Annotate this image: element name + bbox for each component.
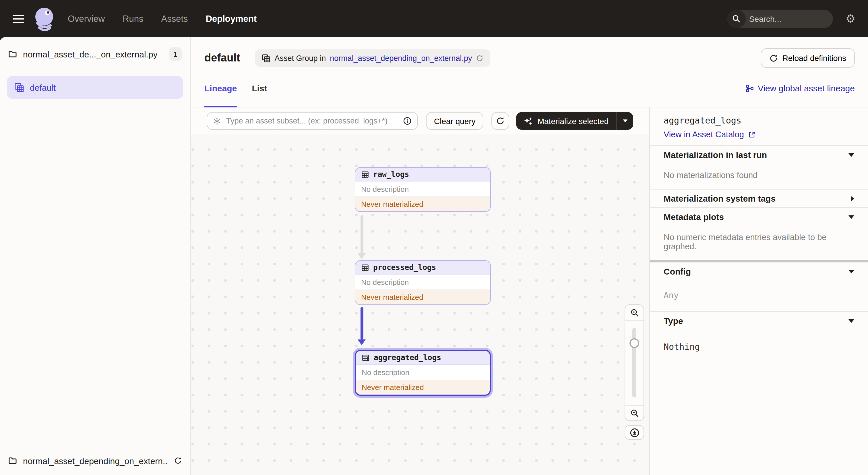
view-in-asset-catalog-link[interactable]: View in Asset Catalog xyxy=(663,130,854,139)
nav-link-deployment[interactable]: Deployment xyxy=(206,13,257,24)
asset-group-icon xyxy=(14,82,24,92)
materialize-selected-button[interactable]: Materialize selected xyxy=(516,112,633,130)
main-area: default Asset Group in normal_asset_depe… xyxy=(191,37,868,475)
view-global-asset-lineage-link[interactable]: View global asset lineage xyxy=(746,83,855,93)
sidebar-footer: normal_asset_depending_on_extern... xyxy=(0,446,190,475)
zoom-out-icon xyxy=(630,409,639,417)
sidebar-item-default[interactable]: default xyxy=(7,76,183,99)
repo-count-badge: 1 xyxy=(169,47,182,61)
asset-node-name: aggregated_logs xyxy=(374,353,441,362)
refresh-icon xyxy=(769,54,778,62)
main-body: Clear query Materialize xyxy=(191,108,868,475)
asset-node-status: Never materialized xyxy=(355,290,490,304)
asset-details-panel: aggregated_logs View in Asset Catalog Ma… xyxy=(649,108,868,475)
section-title: Metadata plots xyxy=(663,212,724,222)
sidebar-repo-row[interactable]: normal_asset_de..._on_external.py 1 xyxy=(0,37,190,71)
refresh-icon[interactable] xyxy=(174,456,182,465)
nav-link-runs[interactable]: Runs xyxy=(123,13,143,24)
materialize-selected-label: Materialize selected xyxy=(538,116,609,125)
breadcrumb-link[interactable]: normal_asset_depending_on_external.py xyxy=(330,54,472,62)
table-icon xyxy=(361,263,369,271)
tab-lineage[interactable]: Lineage xyxy=(205,69,237,107)
view-in-asset-catalog-label: View in Asset Catalog xyxy=(663,130,744,139)
breadcrumb-prefix: Asset Group in xyxy=(275,54,326,62)
asset-subset-input-wrapper[interactable] xyxy=(207,112,418,130)
asset-node-processed-logs[interactable]: processed_logs No description Never mate… xyxy=(355,260,491,305)
section-type[interactable]: Type xyxy=(650,311,868,330)
edge-arrowhead xyxy=(358,339,366,345)
search-input[interactable] xyxy=(746,14,833,23)
zoom-slider[interactable] xyxy=(625,321,644,405)
breadcrumb: Asset Group in normal_asset_depending_on… xyxy=(255,50,491,67)
search-icon xyxy=(727,9,746,28)
zoom-in-button[interactable] xyxy=(625,305,644,321)
view-global-asset-lineage-label: View global asset lineage xyxy=(758,83,855,93)
section-materialization-system-tags[interactable]: Materialization system tags xyxy=(650,189,868,207)
repo-name: normal_asset_de..._on_external.py xyxy=(23,49,158,59)
asset-group-icon xyxy=(262,54,271,62)
content: normal_asset_de..._on_external.py 1 defa… xyxy=(0,37,868,475)
sidebar-item-label: default xyxy=(30,82,56,92)
lineage-toolbar: Clear query Materialize xyxy=(191,108,649,135)
asset-node-status: Never materialized xyxy=(355,197,490,211)
reload-definitions-button[interactable]: Reload definitions xyxy=(761,48,855,68)
materialize-dropdown-button[interactable] xyxy=(616,112,633,130)
refresh-graph-button[interactable] xyxy=(492,112,509,130)
folder-icon xyxy=(8,456,17,465)
no-metadata-text: No numeric metadata entries available to… xyxy=(650,226,868,260)
fit-view-button[interactable] xyxy=(625,425,644,440)
chevron-down-icon xyxy=(848,153,854,156)
refresh-icon xyxy=(496,117,505,125)
sidebar: normal_asset_de..._on_external.py 1 defa… xyxy=(0,37,191,475)
asset-node-description: No description xyxy=(356,365,490,380)
download-circle-icon xyxy=(629,427,639,437)
chevron-down-icon xyxy=(848,215,854,218)
main-header: default Asset Group in normal_asset_depe… xyxy=(191,37,868,108)
asset-node-aggregated-logs[interactable]: aggregated_logs No description Never mat… xyxy=(355,350,491,396)
asset-node-name: raw_logs xyxy=(373,170,409,179)
info-icon[interactable] xyxy=(403,117,412,125)
external-link-icon xyxy=(748,131,755,138)
zoom-controls xyxy=(625,304,644,421)
section-title: Type xyxy=(663,316,683,326)
zoom-out-button[interactable] xyxy=(625,405,644,420)
asset-selection-icon xyxy=(213,117,221,125)
section-title: Config xyxy=(663,267,691,276)
edge-raw-to-processed xyxy=(361,215,363,253)
chevron-down-icon xyxy=(623,119,627,122)
asset-node-raw-logs[interactable]: raw_logs No description Never materializ… xyxy=(355,167,491,212)
gear-icon[interactable]: ⚙ xyxy=(846,13,856,24)
search-bar[interactable]: / xyxy=(727,9,833,28)
lineage-graph-canvas[interactable]: raw_logs No description Never materializ… xyxy=(191,135,649,475)
nav-link-overview[interactable]: Overview xyxy=(68,13,105,24)
zoom-slider-handle[interactable] xyxy=(629,338,639,348)
chevron-down-icon xyxy=(848,270,854,273)
config-value: Any xyxy=(650,280,868,311)
section-title: Materialization system tags xyxy=(663,194,776,203)
section-materialization-last-run[interactable]: Materialization in last run xyxy=(650,145,868,164)
hamburger-menu-icon[interactable] xyxy=(12,14,24,23)
chevron-down-icon xyxy=(848,319,854,323)
asset-node-description: No description xyxy=(355,181,490,197)
asset-subset-input[interactable] xyxy=(225,116,399,126)
section-title: Materialization in last run xyxy=(663,150,767,160)
edge-arrowhead xyxy=(358,253,366,259)
clear-query-button[interactable]: Clear query xyxy=(426,112,484,130)
section-config[interactable]: Config xyxy=(650,262,868,280)
asset-node-name: processed_logs xyxy=(373,263,436,272)
asset-node-status: Never materialized xyxy=(356,380,490,394)
asset-node-description: No description xyxy=(355,274,490,290)
dagster-logo-icon[interactable] xyxy=(32,5,57,32)
graph-column: Clear query Materialize xyxy=(191,108,649,475)
type-value: Nothing xyxy=(650,330,868,363)
refresh-icon[interactable] xyxy=(476,54,484,62)
footer-repo-name: normal_asset_depending_on_extern... xyxy=(23,456,168,466)
table-icon xyxy=(362,354,370,362)
section-metadata-plots[interactable]: Metadata plots xyxy=(650,207,868,226)
nav-link-assets[interactable]: Assets xyxy=(161,13,188,24)
lineage-graph-icon xyxy=(746,84,754,92)
reload-definitions-label: Reload definitions xyxy=(782,53,846,63)
no-materializations-text: No materializations found xyxy=(650,164,868,189)
sparkles-icon xyxy=(524,116,533,125)
tab-list[interactable]: List xyxy=(252,69,267,107)
